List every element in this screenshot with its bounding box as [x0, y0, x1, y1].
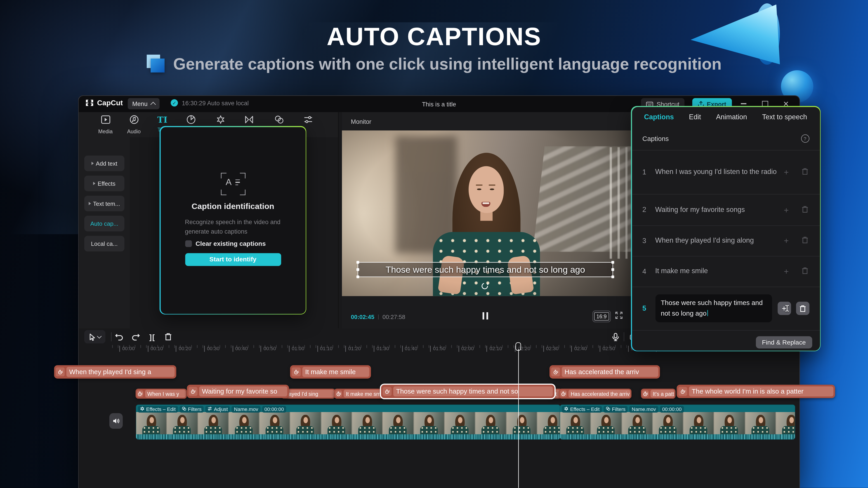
clip-waveform — [136, 434, 560, 439]
undo-button[interactable] — [113, 331, 124, 342]
selection-handle[interactable] — [612, 268, 614, 271]
rotate-handle-icon[interactable] — [481, 282, 489, 290]
selection-handle[interactable] — [356, 275, 359, 278]
sidebar-item-text-templates[interactable]: Text tem... — [84, 196, 125, 211]
caption-row[interactable]: 2 Waiting for my favorite songs + — [632, 194, 820, 225]
video-clip[interactable]: Effects – EditFiltersName.mov00:00:00 — [560, 405, 795, 440]
find-replace-button[interactable]: Find & Replace — [756, 336, 812, 348]
clip-filmstrip — [560, 412, 795, 434]
clip-badge-adjust[interactable]: Adjust — [206, 406, 230, 413]
selection-handle[interactable] — [612, 261, 614, 264]
sidebar-item-effects[interactable]: Effects — [84, 175, 125, 191]
caption-edit-input[interactable]: Those were such happy times and not so l… — [655, 295, 772, 322]
transitions-tool[interactable] — [237, 115, 261, 127]
audio-tool[interactable]: Audio — [122, 115, 146, 134]
video-thumbnail — [321, 412, 352, 434]
selection-handle[interactable] — [356, 268, 359, 271]
current-time: 00:02:45 — [351, 313, 374, 320]
record-voiceover-button[interactable] — [610, 331, 621, 342]
clip-badge-filters[interactable]: Filters — [180, 406, 204, 413]
add-caption-icon[interactable]: + — [782, 236, 791, 246]
tab-animation[interactable]: Animation — [716, 113, 747, 121]
tab-text-to-speech[interactable]: Text to speech — [762, 113, 807, 121]
delete-caption-icon[interactable] — [800, 167, 809, 177]
video-thumbnail — [414, 412, 444, 434]
clip-badge-name-mov[interactable]: Name.mov — [629, 406, 658, 413]
fullscreen-icon[interactable] — [615, 312, 622, 319]
captions-list-header: Captions ? — [632, 127, 820, 150]
timeline-caption-chip[interactable]: Has accelerated the arriv — [550, 365, 660, 379]
add-caption-icon[interactable]: + — [782, 267, 791, 276]
track-mute-button[interactable] — [110, 413, 123, 429]
sidebar-item-auto-captions[interactable]: Auto cap... — [84, 216, 125, 231]
delete-caption-icon[interactable] — [800, 267, 809, 276]
cursor-icon — [89, 333, 95, 340]
timeline-caption-chip[interactable]: The whole world I'm in is also a patter — [677, 385, 835, 398]
clip-badge-name-mov[interactable]: Name.mov — [232, 406, 260, 413]
clip-waveform — [560, 434, 795, 439]
adjust-tool[interactable] — [296, 115, 320, 127]
aspect-ratio-button[interactable]: 16:9 — [594, 312, 609, 321]
video-thumbnail — [653, 412, 683, 434]
help-icon[interactable]: ? — [801, 134, 809, 143]
clip-badge-filters[interactable]: Filters — [603, 406, 628, 413]
thumbnail-face — [242, 417, 247, 423]
caption-number: 3 — [643, 237, 655, 245]
delete-caption-icon[interactable] — [800, 205, 809, 215]
rings-icon — [182, 406, 186, 412]
delete-caption-button[interactable] — [796, 302, 809, 315]
caption-row[interactable]: 3 When they played I'd sing along + — [632, 225, 820, 256]
selection-handle[interactable] — [612, 275, 614, 278]
video-thumbnail — [352, 412, 383, 434]
thumbnail-face — [211, 417, 216, 423]
effects-tool[interactable] — [208, 115, 233, 127]
tab-edit[interactable]: Edit — [689, 113, 701, 121]
timeline-caption-chip[interactable]: Has accelerated the arriv — [559, 389, 631, 398]
timeline-caption-chip[interactable]: When they played I'd sing a — [54, 365, 176, 379]
timeline-caption-chip[interactable]: It make me smile — [290, 365, 371, 379]
start-to-identify-button[interactable]: Start to identify — [185, 253, 281, 266]
sidebar-item-add-text[interactable]: Add text — [84, 156, 125, 171]
clip-badge-effects-edit[interactable]: Effects – Edit — [138, 406, 178, 413]
tab-captions[interactable]: Captions — [644, 113, 674, 121]
clip-badge-effects-edit[interactable]: Effects – Edit — [562, 406, 602, 413]
caption-row[interactable]: 4 It make me smile + — [632, 256, 820, 287]
ruler-label: 02:30 — [543, 346, 559, 352]
selection-handle[interactable] — [356, 261, 359, 264]
rings-icon — [606, 406, 610, 412]
pause-button[interactable] — [483, 312, 488, 320]
video-preview[interactable]: Those were such happy times and not so l… — [342, 130, 632, 296]
caption-overlay-box[interactable]: Those were such happy times and not so l… — [358, 262, 613, 277]
timeline-caption-chip[interactable]: It's a patt — [641, 389, 676, 398]
timeline-caption-chip[interactable]: Those were such happy times and not so — [381, 385, 555, 398]
clip-badge-00-00-00[interactable]: 00:00:00 — [262, 406, 286, 413]
caption-row-editing[interactable]: 5 Those were such happy times and not so… — [632, 286, 820, 330]
sidebar-label: Effects — [98, 180, 116, 187]
caption-clock-icon — [383, 387, 392, 396]
speaker-icon — [113, 418, 120, 424]
redo-button[interactable] — [130, 331, 141, 342]
text-caret — [707, 310, 708, 316]
checkbox[interactable] — [185, 240, 192, 247]
chip-text: When they played I'd sing a — [66, 367, 175, 377]
clip-badge-00-00-00[interactable]: 00:00:00 — [660, 406, 684, 413]
filters-tool[interactable] — [267, 115, 291, 127]
timeline-caption-chip[interactable]: Waiting for my favorite so — [187, 385, 289, 398]
caption-row[interactable]: 1 When I was young I'd listen to the rad… — [632, 150, 820, 194]
select-tool-button[interactable] — [84, 330, 105, 344]
effects-icon — [216, 115, 225, 127]
timeline-caption-chip[interactable]: played I'd sing — [281, 389, 335, 398]
timeline-caption-chip[interactable]: When I was y — [135, 389, 187, 398]
add-caption-icon[interactable]: + — [782, 205, 791, 215]
delete-caption-icon[interactable] — [800, 236, 809, 246]
media-tool[interactable]: Media — [93, 115, 118, 134]
video-clip[interactable]: Effects – EditFiltersAdjustName.mov00:00… — [136, 405, 560, 440]
add-caption-icon[interactable]: + — [782, 167, 791, 177]
split-button[interactable]: ][ — [147, 331, 158, 342]
playhead[interactable] — [515, 342, 521, 488]
delete-button[interactable] — [162, 331, 174, 342]
timeline-caption-chip[interactable]: It make me smil — [334, 389, 384, 398]
clear-captions-option[interactable]: Clear existing captions — [185, 240, 266, 247]
stickers-tool[interactable] — [179, 115, 203, 127]
sidebar-item-local-captions[interactable]: Local ca... — [84, 236, 125, 252]
